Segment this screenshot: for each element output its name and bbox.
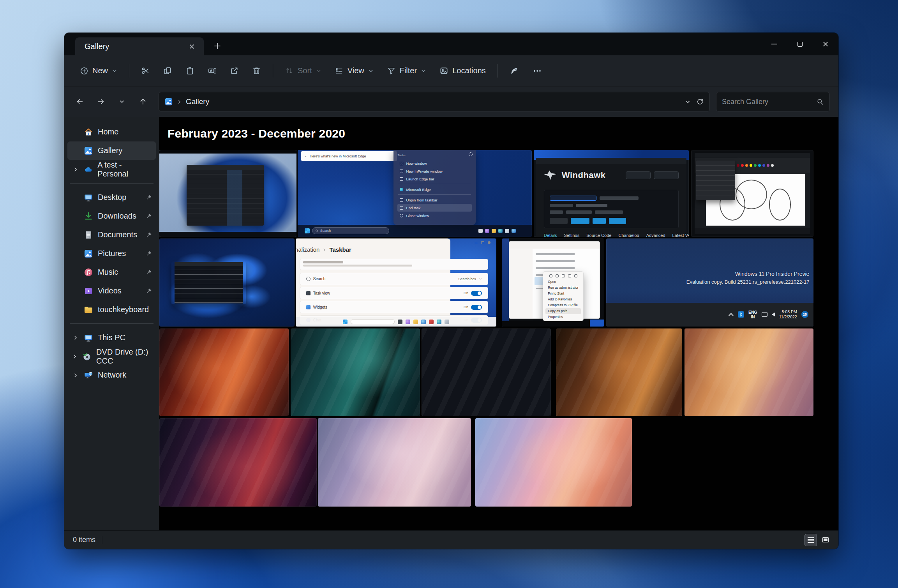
sidebar-item-pictures[interactable]: Pictures <box>67 244 156 263</box>
sidebar-item-home[interactable]: Home <box>67 123 156 141</box>
sidebar-item-documents[interactable]: Documents <box>67 226 156 244</box>
speaker-icon <box>772 313 775 316</box>
thumbnail-wallpaper-lavender-silk[interactable] <box>318 418 471 507</box>
sidebar-item-network[interactable]: Network <box>67 366 156 384</box>
back-button[interactable] <box>71 93 89 111</box>
date-range-header: February 2023 - December 2020 <box>168 127 345 140</box>
breadcrumb[interactable]: Gallery <box>186 97 209 106</box>
status-bar: 0 items <box>64 530 838 549</box>
pin-icon <box>146 194 152 201</box>
tab-close-icon[interactable] <box>186 41 198 52</box>
sort-icon <box>285 66 294 75</box>
new-button[interactable]: New <box>74 62 123 80</box>
thumbnail-wallpaper-cyan-silk[interactable] <box>422 328 551 416</box>
sidebar-item-label: A test - Personal <box>97 161 152 178</box>
paste-icon <box>185 66 194 75</box>
up-button[interactable] <box>134 93 152 111</box>
windhawk-mod-card <box>544 190 679 228</box>
forward-button[interactable] <box>92 93 110 111</box>
chevron-right-icon[interactable] <box>73 167 78 172</box>
large-thumbnails-view-toggle[interactable] <box>820 534 831 546</box>
thumbnail-wallpaper-copper-silk[interactable] <box>556 328 682 416</box>
thumbnail-explorer-context-menu[interactable]: Open Run as administrator Pin to Start A… <box>502 238 604 327</box>
sidebar-item-onedrive[interactable]: A test - Personal <box>67 160 156 178</box>
desktop-icon <box>84 193 93 202</box>
thumb-taskbar <box>296 317 496 327</box>
toolbar-separator <box>273 64 273 78</box>
close-button[interactable] <box>813 33 838 55</box>
locations-button-label: Locations <box>452 66 486 75</box>
pin-icon <box>146 288 152 294</box>
gallery-content: February 2023 - December 2020 Here's wha… <box>159 117 838 530</box>
paint-file-menu <box>696 161 735 201</box>
locations-image-icon <box>439 66 448 75</box>
sidebar-item-this-pc[interactable]: This PC <box>67 328 156 347</box>
windhawk-title: Windhawk <box>562 170 606 180</box>
thumbnail-edge-jumplist-desktop[interactable]: Here's what's new in Microsoft Edge Task… <box>298 150 532 237</box>
delete-button[interactable] <box>247 62 266 80</box>
dvd-drive-icon <box>82 352 92 361</box>
cut-button[interactable] <box>136 62 155 80</box>
sidebar-item-gallery[interactable]: Gallery <box>67 141 156 160</box>
thumbnail-wallpaper-red-silk[interactable] <box>159 328 289 416</box>
thumbnail-insider-desktop[interactable]: Windows 11 Pro Insider Previe Evaluation… <box>606 238 813 327</box>
sort-button[interactable]: Sort <box>279 62 327 80</box>
file-explorer-window: Gallery New <box>64 33 838 549</box>
sidebar-separator <box>70 323 153 324</box>
refresh-icon[interactable] <box>696 98 704 106</box>
chevron-right-icon[interactable] <box>72 354 78 359</box>
new-button-label: New <box>92 66 108 75</box>
share-button[interactable] <box>224 62 244 80</box>
thumbnail-flower-terminal[interactable] <box>159 238 295 327</box>
pin-icon <box>146 213 152 219</box>
rename-button[interactable] <box>202 62 222 80</box>
copy-button[interactable] <box>158 62 178 80</box>
new-tab-button[interactable] <box>209 38 226 54</box>
evaluation-watermark: Windows 11 Pro Insider Previe Evaluation… <box>686 270 810 286</box>
tab-gallery[interactable]: Gallery <box>75 37 204 55</box>
sidebar-item-label: Pictures <box>98 249 126 258</box>
sidebar-item-downloads[interactable]: Downloads <box>67 207 156 225</box>
this-pc-icon <box>84 333 93 343</box>
recent-locations-button[interactable] <box>113 93 131 111</box>
sidebar-item-touchkeyboard[interactable]: touchkeyboard <box>67 300 156 319</box>
shell-extension-button[interactable] <box>504 62 524 80</box>
maximize-button[interactable] <box>787 33 813 55</box>
minimize-button[interactable] <box>761 33 787 55</box>
filter-button[interactable]: Filter <box>381 62 432 80</box>
sidebar-item-desktop[interactable]: Desktop <box>67 188 156 207</box>
thumbnail-settings-taskbar[interactable]: onalization Taskbar Search Search box <box>296 238 496 327</box>
gallery-location-icon <box>164 97 173 106</box>
sidebar-separator <box>70 183 153 184</box>
address-bar[interactable]: Gallery <box>159 92 710 111</box>
folder-icon <box>84 305 93 314</box>
thumbnail-wallpaper-purple-red-silk[interactable] <box>159 418 317 507</box>
chevron-right-icon[interactable] <box>73 373 78 378</box>
address-dropdown-icon[interactable] <box>685 99 691 105</box>
tab-title: Gallery <box>85 42 186 51</box>
search-input[interactable] <box>722 98 816 106</box>
locations-button[interactable]: Locations <box>434 62 491 80</box>
chevron-right-icon[interactable] <box>73 335 78 341</box>
scissors-icon <box>141 66 150 75</box>
thumbnail-wallpaper-peach-silk[interactable] <box>685 328 813 416</box>
sidebar-item-dvd-drive[interactable]: DVD Drive (D:) CCC <box>67 347 156 366</box>
search-box[interactable] <box>716 92 830 111</box>
thumbnail-task-manager-desktop[interactable] <box>159 150 296 237</box>
main-area: Home Gallery A test - Personal Desktop <box>64 117 838 530</box>
thumbnail-paint-ellipses[interactable] <box>691 150 813 237</box>
thumbnail-wallpaper-teal-silk[interactable] <box>291 328 420 416</box>
thumbnail-wallpaper-pink-blue-silk[interactable] <box>475 418 632 507</box>
paste-button[interactable] <box>180 62 200 80</box>
sidebar-item-label: Home <box>98 127 118 136</box>
sidebar-item-label: Desktop <box>98 193 126 202</box>
details-view-toggle[interactable] <box>805 534 817 546</box>
sidebar-item-music[interactable]: Music <box>67 263 156 281</box>
view-button[interactable]: View <box>329 62 379 80</box>
items-count: 0 items <box>73 536 95 544</box>
sidebar-item-label: Downloads <box>98 212 136 221</box>
sidebar-item-videos[interactable]: Videos <box>67 282 156 300</box>
see-more-button[interactable] <box>527 62 548 80</box>
thumbnail-windhawk-app[interactable]: Windhawk Details Settings Sourc <box>534 150 689 237</box>
copy-icon <box>163 66 172 75</box>
